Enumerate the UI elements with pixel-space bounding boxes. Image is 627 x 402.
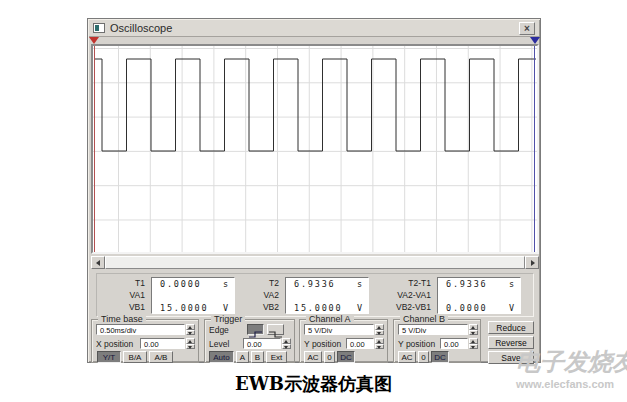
channel-a-ac-button[interactable]: AC [304,351,322,363]
scrollbar-thumb[interactable] [105,256,525,269]
oscilloscope-window: Oscilloscope × T1 VA1 V [87,18,541,363]
oscilloscope-icon [93,23,105,33]
t2-unit: s [357,279,362,290]
channel-b-yposition-field[interactable]: 0.00 [440,338,468,349]
vb1-unit: V [223,303,228,314]
reduce-button[interactable]: Reduce [488,321,534,334]
channel-b-title: Channel B [400,314,448,324]
readout-label-t1: T1 [109,278,145,288]
waveform-path [94,59,536,151]
readout-box-1: 0.0000s 15.0000V [151,277,235,314]
window-title: Oscilloscope [110,22,172,34]
vb1-value: 15.0000 [160,303,208,314]
spinner-down-icon[interactable] [186,344,195,350]
channel-b-scale-spinner [469,324,478,335]
channel-a-yposition-label: Y position [304,339,341,349]
channel-b-ac-button[interactable]: AC [398,351,416,363]
channel-a-scale-spinner [375,324,384,335]
spinner-down-icon[interactable] [375,344,384,350]
channel-b-yposition-spinner [469,338,478,349]
waveform-svg [93,46,537,252]
cursor1-line[interactable] [94,46,95,252]
cursor1-handle[interactable] [89,37,99,44]
trigger-a-button[interactable]: A [236,351,249,363]
save-button[interactable]: Save [488,351,534,364]
trigger-group: Trigger Edge Level 0.00 Auto A B Ext [204,319,295,363]
channel-b-yposition-label: Y position [398,339,435,349]
ab-button[interactable]: A/B [149,351,173,363]
edge-rising-button[interactable] [247,324,264,335]
horizontal-scrollbar [91,256,539,269]
edge-label: Edge [209,325,229,335]
vb2-unit: V [357,303,362,314]
t1-unit: s [223,279,228,290]
auto-button[interactable]: Auto [209,351,234,363]
xposition-label: X position [96,339,133,349]
channel-a-dc-button[interactable]: DC [337,351,355,363]
timebase-title: Time base [98,314,146,324]
timebase-group: Time base 0.50ms/div X position 0.00 Y/T… [91,319,199,363]
scope-display [91,44,539,254]
title-bar[interactable]: Oscilloscope × [89,20,539,37]
spinner-down-icon[interactable] [186,330,195,336]
trigger-b-button[interactable]: B [251,351,264,363]
spinner-down-icon[interactable] [469,330,478,336]
xposition-spinner [186,338,195,349]
trigger-title: Trigger [211,314,245,324]
readout-label-vb2vb1: VB2-VB1 [379,302,431,312]
readout-label-vb2: VB2 [243,302,279,312]
t1-value: 0.0000 [160,279,202,290]
ext-button[interactable]: Ext [266,351,287,363]
spinner-down-icon[interactable] [375,330,384,336]
yt-button[interactable]: Y/T [97,351,121,363]
readout-label-va2va1: VA2-VA1 [379,290,431,300]
vb2-value: 15.0000 [294,303,342,314]
channel-b-dc-button[interactable]: DC [431,351,449,363]
spinner-down-icon[interactable] [282,344,291,350]
channel-a-zero-button[interactable]: 0 [324,351,335,363]
channel-a-yposition-field[interactable]: 0.00 [346,338,374,349]
level-field[interactable]: 0.00 [243,338,281,349]
channel-b-zero-button[interactable]: 0 [418,351,429,363]
xposition-field[interactable]: 0.00 [140,338,185,349]
close-icon[interactable]: × [519,22,535,35]
reverse-button[interactable]: Reverse [488,336,534,349]
readout-panel: T1 VA1 VB1 0.0000s 15.0000V T2 VA2 VB2 6… [96,273,534,317]
t2t1-unit: s [509,279,514,290]
readout-label-t2t1: T2-T1 [379,278,431,288]
readout-box-2: 6.9336s 15.0000V [285,277,369,314]
scroll-left-icon[interactable] [91,256,105,269]
readout-box-3: 6.9336s 0.0000V [437,277,521,314]
scope-screen [93,46,537,252]
t2t1-value: 6.9336 [446,279,488,290]
readout-label-vb1: VB1 [109,302,145,312]
readout-label-t2: T2 [243,278,279,288]
ba-button[interactable]: B/A [123,351,147,363]
readout-label-va1: VA1 [109,290,145,300]
edge-falling-button[interactable] [267,324,284,335]
scroll-right-icon[interactable] [525,256,539,269]
channel-b-group: Channel B 5 V/Div Y position 0.00 AC 0 D… [393,319,481,363]
channel-a-yposition-spinner [375,338,384,349]
t2-value: 6.9336 [294,279,336,290]
timebase-scale-field[interactable]: 0.50ms/div [96,324,185,335]
timebase-scale-spinner [186,324,195,335]
cursor2-line[interactable] [534,46,535,252]
level-spinner [282,338,291,349]
page: Oscilloscope × T1 VA1 V [0,0,627,402]
channel-a-scale-field[interactable]: 5 V/Div [304,324,374,335]
readout-label-va2: VA2 [243,290,279,300]
vb2vb1-unit: V [509,303,514,314]
channel-a-group: Channel A 5 V/Div Y position 0.00 AC 0 D… [299,319,388,363]
level-label: Level [209,339,229,349]
cursor2-handle[interactable] [530,37,540,44]
vb2vb1-value: 0.0000 [446,303,488,314]
channel-b-scale-field[interactable]: 5 V/Div [398,324,468,335]
channel-a-title: Channel A [306,314,354,324]
figure-caption: EWB示波器仿真图 [0,372,627,396]
spinner-down-icon[interactable] [469,344,478,350]
